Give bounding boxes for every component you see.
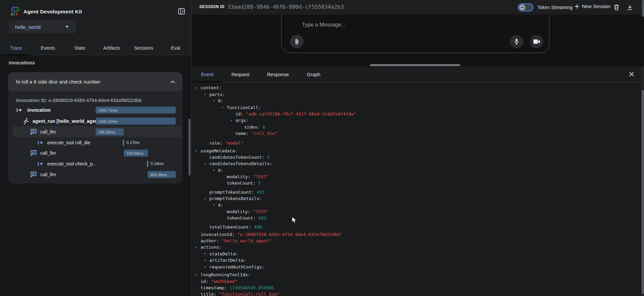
expand-triangle-icon[interactable]: ▾ — [204, 257, 209, 264]
expand-triangle-icon[interactable]: ▾ — [213, 98, 218, 104]
tree-row[interactable]: totalTokenCount:498 — [192, 224, 638, 230]
tree-row[interactable]: ▾candidatesTokensDetails: — [192, 160, 638, 167]
tree-row[interactable]: ▾args: — [192, 117, 638, 124]
delete-session-button[interactable] — [614, 4, 619, 10]
tree-row[interactable]: ▾content: — [192, 85, 638, 91]
tree-row[interactable]: ▾functionCall: — [192, 104, 638, 111]
tree-row[interactable]: role:"model" — [192, 140, 638, 146]
tree-row[interactable]: modality:"TEXT" — [192, 174, 638, 180]
expand-triangle-icon[interactable]: ▾ — [213, 167, 218, 174]
toggle-thumb — [519, 4, 525, 10]
tab-request[interactable]: Request — [223, 66, 258, 82]
tree-row[interactable]: tokenCount:493 — [192, 215, 638, 221]
tree-row[interactable]: name:"roll_die" — [192, 130, 638, 137]
tab-artifacts[interactable]: Artifacts — [96, 41, 128, 55]
token-streaming-label: Token Streaming — [537, 5, 573, 10]
expand-triangle-icon[interactable]: ▾ — [196, 85, 201, 91]
span-duration: 0.16ms — [151, 161, 164, 166]
tree-row[interactable]: timestamp:1749586585.858985 — [192, 285, 638, 291]
tree-row[interactable]: author:"hello_world_agent" — [192, 238, 638, 244]
tree-row[interactable]: sides:6 — [192, 124, 638, 130]
tree-row[interactable]: ▾0: — [192, 98, 638, 104]
horizontal-scrollbar[interactable] — [370, 64, 460, 66]
tree-row[interactable]: ▾usageMetadata: — [192, 148, 638, 154]
trace-span-call-llm-2[interactable]: call_llm 734.59ms — [8, 148, 182, 158]
invocation-prompt: hi roll a 6 side dice and check number — [16, 79, 101, 85]
tree-row[interactable]: title:"functionCall:roll_die" — [192, 291, 638, 296]
new-session-button[interactable]: New Session — [574, 4, 610, 9]
tab-event[interactable]: Event — [192, 66, 223, 82]
tab-graph[interactable]: Graph — [298, 66, 329, 82]
microphone-button[interactable] — [510, 35, 523, 48]
trace-span-execute-tool-check[interactable]: execute_tool check_p... 0.16ms — [8, 158, 182, 169]
adk-logo-icon — [11, 6, 20, 16]
export-session-button[interactable] — [627, 4, 633, 10]
expand-triangle-icon[interactable]: ▾ — [222, 104, 227, 111]
sidebar-header: Agent Development Kit hello_world Trace … — [0, 0, 191, 55]
span-duration-bar: 2341.52ms — [96, 118, 176, 125]
expand-triangle-icon[interactable]: ▾ — [204, 264, 209, 270]
chat-scrollbar[interactable] — [642, 0, 644, 17]
span-label: execute_tool check_p... — [47, 161, 97, 166]
tree-row[interactable]: ▾0: — [192, 167, 638, 174]
expand-triangle-icon[interactable]: ▾ — [196, 244, 201, 251]
trace-span-invocation[interactable]: invocation 2341.71ms — [8, 105, 182, 115]
expand-triangle-icon[interactable]: ▾ — [204, 91, 209, 98]
close-icon[interactable] — [627, 69, 637, 79]
invocation-card: hi roll a 6 side dice and check number I… — [8, 72, 182, 184]
video-button[interactable] — [530, 35, 543, 48]
chevron-down-icon — [65, 26, 69, 28]
expand-triangle-icon[interactable]: ▾ — [196, 148, 201, 154]
tree-row[interactable]: id:"wmZhkbed" — [192, 278, 638, 285]
tree-row[interactable]: invocationId:"e-2808fd10-6383-4754-8de4-… — [192, 231, 638, 238]
tree-row[interactable]: ▾artifactDelta: — [192, 257, 638, 264]
tree-row[interactable]: tokenCount:5 — [192, 180, 638, 186]
tree-row[interactable]: ▾requestedAuthConfigs: — [192, 264, 638, 270]
tree-row[interactable]: promptTokenCount:493 — [192, 189, 638, 195]
agent-select-dropdown[interactable]: hello_world — [9, 20, 76, 33]
detail-scrollbar-thumb[interactable] — [642, 90, 644, 294]
tab-eval[interactable]: Eval — [160, 41, 192, 55]
expand-triangle-icon[interactable]: ▾ — [204, 251, 209, 257]
trace-span-call-llm-1[interactable]: call_llm 795.05ms — [8, 127, 182, 137]
tree-row[interactable]: ▾longRunningToolIds: — [192, 272, 638, 278]
expand-triangle-icon[interactable]: ▾ — [230, 117, 235, 124]
header-divider — [571, 4, 571, 11]
tree-row[interactable]: ▾stateDelta: — [192, 251, 638, 257]
event-json-tree: ▾content: ▾parts: ▾0: ▾functionCall: id:… — [192, 85, 638, 296]
span-label: execute_tool roll_die — [47, 140, 90, 145]
expand-triangle-icon[interactable]: ▾ — [204, 161, 209, 167]
invocation-card-header[interactable]: hi roll a 6 side dice and check number — [8, 72, 182, 91]
chat-bubble-icon — [31, 171, 37, 178]
tree-row[interactable]: modality:"TEXT" — [192, 208, 638, 215]
tab-state[interactable]: State — [64, 41, 96, 55]
expand-triangle-icon[interactable]: ▾ — [213, 202, 218, 208]
tree-row[interactable]: ▾0: — [192, 202, 638, 209]
tree-row[interactable]: candidatesTokenCount:5 — [192, 154, 638, 160]
span-duration-bar: 795.05ms — [96, 129, 124, 136]
expand-triangle-icon[interactable]: ▾ — [196, 272, 201, 278]
trace-span-call-llm-3[interactable]: call_llm 809.99ms — [8, 169, 182, 180]
tab-response[interactable]: Response — [258, 66, 298, 82]
span-duration-bar: 809.99ms — [148, 171, 176, 178]
trace-span-execute-tool-roll-die[interactable]: execute_tool roll_die 0.17ms — [8, 137, 182, 148]
tree-row[interactable]: ▾parts: — [192, 91, 638, 98]
sidebar-scrollbar[interactable] — [189, 119, 191, 176]
token-streaming-toggle[interactable] — [518, 3, 533, 11]
chat-area: SESSION ID 33aad288-9846-46f6-980d-cf555… — [192, 0, 644, 66]
tree-row[interactable]: ▾promptTokensDetails: — [192, 195, 638, 202]
expand-triangle-icon[interactable]: ▾ — [204, 196, 209, 202]
attach-file-button[interactable] — [290, 35, 304, 48]
chat-bubble-icon — [31, 150, 37, 156]
tree-row[interactable]: ▾actions: — [192, 244, 638, 251]
message-input[interactable] — [302, 21, 490, 29]
tab-events[interactable]: Events — [32, 41, 64, 55]
trace-span-agent-run[interactable]: agent_run [hello_world_agent] 2341.52ms — [8, 116, 182, 127]
tab-trace[interactable]: Trace — [0, 41, 32, 55]
tab-sessions[interactable]: Sessions — [128, 41, 160, 55]
execute-tool-arrow-icon — [38, 140, 43, 145]
tree-row[interactable]: id:"adk-caf25106-f0c7-451f-86e4-3c6d7e8f… — [192, 111, 638, 117]
video-camera-icon — [533, 39, 540, 44]
detail-scrollbar-track[interactable] — [641, 66, 644, 296]
collapse-sidebar-icon[interactable] — [178, 8, 185, 14]
